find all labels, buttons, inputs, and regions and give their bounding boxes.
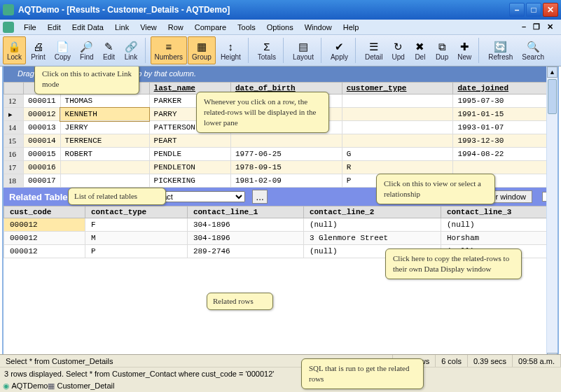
scroll-up-arrow[interactable]: ▲ [547,66,557,78]
menu-options[interactable]: Options [261,22,299,33]
menu-edit-data[interactable]: Edit Data [67,22,109,33]
related-row[interactable]: 000012F304-1896(null)(null) [4,218,557,232]
relationship-picker-button[interactable]: ... [252,190,268,204]
callout-view-relationship: Click on this to view or select a relati… [376,174,495,204]
menu-window[interactable]: Window [299,22,338,33]
status-sql-text: 3 rows displayed. Select * from Customer… [4,370,274,378]
menu-tools[interactable]: Tools [232,22,261,33]
detail-icon: ☰ [369,41,378,53]
menu-row[interactable]: Row [162,22,189,33]
toolbar-height-button[interactable]: ↕Height [216,36,245,64]
related-tables-title: Related Tables [9,192,73,202]
toolbar-group-button[interactable]: ▦Group [188,36,216,64]
toolbar: 🔒Lock🖨Print📄Copy🔎Find✎Edit🔗Link≡Numbers▦… [0,35,561,66]
mdi-restore[interactable]: ❐ [531,22,542,31]
link-icon: 🔗 [125,41,138,53]
app-icon [3,4,14,15]
menu-view[interactable]: View [134,22,162,33]
relcol-contact_line_3[interactable]: contact_line_3 [441,206,557,218]
relcol-contact_line_1[interactable]: contact_line_1 [187,206,303,218]
menu-file[interactable]: File [18,22,42,33]
find-icon: 🔎 [80,41,93,53]
menu-bar: FileEditEdit DataLinkViewRowCompareTools… [0,20,561,35]
callout-sql: SQL that is run to get the related rows [301,358,424,389]
toolbar-del-button[interactable]: ✖Del [410,36,431,64]
layout-icon: ▤ [298,41,308,53]
copy-icon: 📄 [56,41,69,53]
db-tab[interactable]: ◉ AQTDemo [3,382,48,391]
db-icon: ◉ [3,382,10,390]
minimize-button[interactable]: – [509,3,525,17]
dup-icon: ⧉ [438,41,446,53]
menu-link[interactable]: Link [109,22,134,33]
toolbar-layout-button[interactable]: ▤Layout [289,36,318,64]
col-rownum[interactable] [4,83,24,94]
maximize-button[interactable]: □ [526,3,541,17]
edit-icon: ✎ [104,41,113,53]
relcol-contact_type[interactable]: contact_type [85,206,187,218]
scroll-thumb[interactable] [548,79,557,114]
status-bar-upper: Select * from Customer_Details 152 rows … [0,354,561,367]
result-tab[interactable]: ▦ Customer_Detail [48,382,114,391]
lock-icon: 🔒 [8,41,21,53]
toolbar-find-button[interactable]: 🔎Find [76,36,97,64]
bottom-tab-bar: ◉ AQTDemo ▦ Customer_Detail [0,379,561,392]
callout-link-mode: Click on this to activate Link mode [34,66,139,94]
toolbar-new-button[interactable]: ✚New [453,36,476,64]
relcol-cust_code[interactable]: cust_code [4,206,85,218]
toolbar-print-button[interactable]: 🖨Print [27,36,50,64]
upd-icon: ↻ [394,41,403,53]
callout-related-rows: Related rows [207,293,273,310]
toolbar-numbers-button[interactable]: ≡Numbers [151,36,188,64]
refresh-icon: 🔄 [494,41,507,53]
height-icon: ↕ [228,41,234,53]
del-icon: ✖ [415,41,424,53]
mdi-close[interactable]: ✕ [545,22,555,31]
content-area: Drag a column header here to group by th… [2,66,559,365]
new-icon: ✚ [460,41,469,53]
group-icon: ▦ [197,41,207,53]
table-row[interactable]: 16000015ROBERTPENDLE1977-06-25G1994-08-2… [4,148,550,161]
toolbar-link-button[interactable]: 🔗Link [120,36,142,64]
toolbar-apply-button[interactable]: ✔Apply [326,36,352,64]
col-customer_type[interactable]: customer_type [342,83,453,94]
toolbar-search-button[interactable]: 🔍Search [518,36,548,64]
toolbar-dup-button[interactable]: ⧉Dup [431,36,452,64]
status-secs: 0.39 secs [468,355,513,367]
relcol-contact_line_2[interactable]: contact_line_2 [303,206,441,218]
window-title: AQTDemo - [Results - Customer_Details - … [18,5,509,15]
status-cols: 6 cols [436,355,468,367]
grid-icon: ▦ [48,382,55,390]
related-row[interactable]: 000012M304-18963 Glenmore StreetHorsham [4,232,557,245]
apply-icon: ✔ [335,41,344,53]
title-bar: AQTDemo - [Results - Customer_Details - … [0,0,561,20]
toolbar-edit-button[interactable]: ✎Edit [99,36,120,64]
status-bar-sql: 3 rows displayed. Select * from Customer… [0,367,561,379]
toolbar-copy-button[interactable]: 📄Copy [50,36,75,64]
numbers-icon: ≡ [165,41,172,53]
status-time: 09:58 a.m. [513,355,561,367]
print-icon: 🖨 [33,41,43,53]
toolbar-upd-button[interactable]: ↻Upd [388,36,409,64]
table-row[interactable]: 17000016PENDLETON1978-09-15R [4,161,550,174]
callout-copy: Click here to copy the related-rows to t… [385,248,522,279]
col-date_joined[interactable]: date_joined [453,83,550,94]
toolbar-totals-button[interactable]: ΣTotals [254,36,280,64]
totals-icon: Σ [263,41,270,53]
menu-compare[interactable]: Compare [189,22,232,33]
menu-edit[interactable]: Edit [42,22,67,33]
mdi-minimize[interactable]: – [520,22,528,31]
toolbar-lock-button[interactable]: 🔒Lock [3,36,26,64]
search-icon: 🔍 [527,41,540,53]
toolbar-detail-button[interactable]: ☰Detail [361,36,387,64]
close-button[interactable]: ✕ [543,3,558,17]
table-row[interactable]: 15000014TERRENCEPEART1993-12-30 [4,134,550,148]
callout-list-tables: List of related tables [68,188,166,205]
callout-row-click: Whenever you click on a row, the related… [196,92,329,133]
toolbar-refresh-button[interactable]: 🔄Refresh [484,36,517,64]
app-icon-small [3,22,14,33]
menu-help[interactable]: Help [338,22,365,33]
vertical-scrollbar[interactable]: ▲ ▼ [546,66,557,364]
